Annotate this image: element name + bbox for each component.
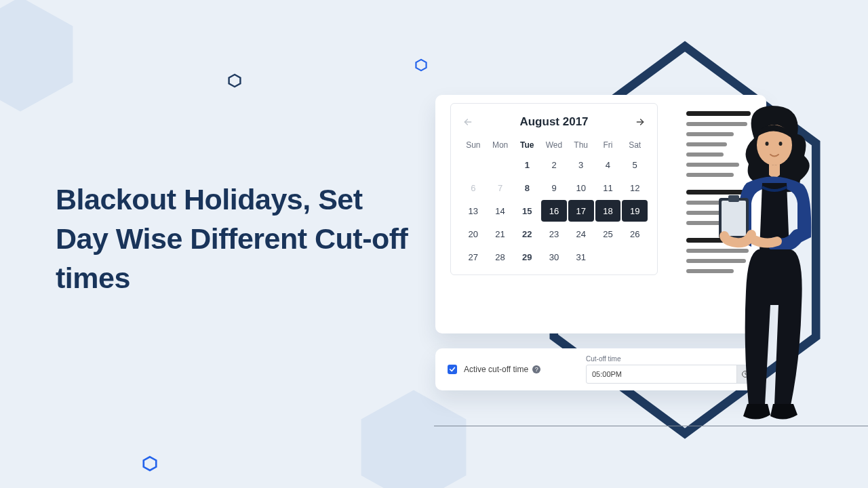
cal-day[interactable]: 27 <box>460 246 486 268</box>
cal-day[interactable]: 24 <box>568 223 594 245</box>
cal-day[interactable]: 17 <box>568 200 594 222</box>
cal-day[interactable]: 5 <box>622 154 648 176</box>
svg-rect-14 <box>728 195 739 202</box>
hex-outline-1 <box>228 73 241 88</box>
help-icon[interactable]: ? <box>532 365 540 373</box>
cal-day[interactable]: 6 <box>460 177 486 199</box>
hex-outline-2 <box>415 58 427 72</box>
cal-dow-row: SunMonTueWedThuFriSat <box>460 136 648 154</box>
svg-marker-2 <box>229 75 241 87</box>
cal-day[interactable]: 29 <box>514 246 540 268</box>
cal-day[interactable]: 10 <box>568 177 594 199</box>
cal-day[interactable]: 19 <box>622 200 648 222</box>
svg-marker-0 <box>0 0 73 112</box>
svg-marker-3 <box>416 60 426 70</box>
svg-marker-4 <box>144 457 156 470</box>
hex-outline-3 <box>142 455 157 472</box>
cal-days-grid: 1234567891011121314151617181920212223242… <box>460 154 648 268</box>
cal-day[interactable]: 20 <box>460 223 486 245</box>
cal-day[interactable]: 9 <box>541 177 567 199</box>
cal-title: August 2017 <box>519 115 588 129</box>
person-illustration <box>709 102 825 430</box>
svg-point-11 <box>779 142 783 146</box>
cal-day[interactable]: 25 <box>595 223 621 245</box>
cal-day[interactable]: 30 <box>541 246 567 268</box>
cal-day[interactable]: 12 <box>622 177 648 199</box>
cal-day[interactable]: 22 <box>514 223 540 245</box>
cal-dow: Sun <box>460 136 486 154</box>
cal-day[interactable]: 1 <box>514 154 540 176</box>
cal-day[interactable]: 13 <box>460 200 486 222</box>
svg-marker-1 <box>361 390 467 488</box>
cal-next[interactable] <box>633 115 648 129</box>
cal-dow: Wed <box>541 136 567 154</box>
svg-rect-13 <box>722 201 746 236</box>
cal-day[interactable]: 3 <box>568 154 594 176</box>
cal-dow: Sat <box>622 136 648 154</box>
page-heading: Blackout Holidays, Set Day Wise Differen… <box>56 180 422 298</box>
cal-day[interactable]: 11 <box>595 177 621 199</box>
cal-day[interactable]: 18 <box>595 200 621 222</box>
cal-day[interactable]: 8 <box>514 177 540 199</box>
cutoff-checkbox-label: Active cut-off time <box>464 365 528 374</box>
svg-point-10 <box>766 142 769 146</box>
cal-dow: Tue <box>514 136 540 154</box>
cal-day[interactable]: 2 <box>541 154 567 176</box>
cal-prev[interactable] <box>460 115 475 129</box>
cal-day[interactable]: 7 <box>488 177 513 199</box>
hex-bg-bottom <box>353 380 475 488</box>
cal-day[interactable]: 23 <box>541 223 567 245</box>
cal-day[interactable]: 26 <box>622 223 648 245</box>
cal-day[interactable]: 31 <box>568 246 594 268</box>
cal-day[interactable]: 21 <box>488 223 513 245</box>
calendar: August 2017 SunMonTueWedThuFriSat 123456… <box>450 103 658 275</box>
cal-day[interactable]: 15 <box>514 200 540 222</box>
cal-day[interactable]: 4 <box>595 154 621 176</box>
hex-bg-top <box>0 0 81 122</box>
cal-dow: Thu <box>568 136 594 154</box>
cutoff-checkbox[interactable] <box>448 365 457 374</box>
cal-day[interactable]: 28 <box>488 246 513 268</box>
cal-dow: Mon <box>488 136 513 154</box>
cal-day[interactable]: 14 <box>488 200 513 222</box>
cal-dow: Fri <box>595 136 621 154</box>
cal-day[interactable]: 16 <box>541 200 567 222</box>
